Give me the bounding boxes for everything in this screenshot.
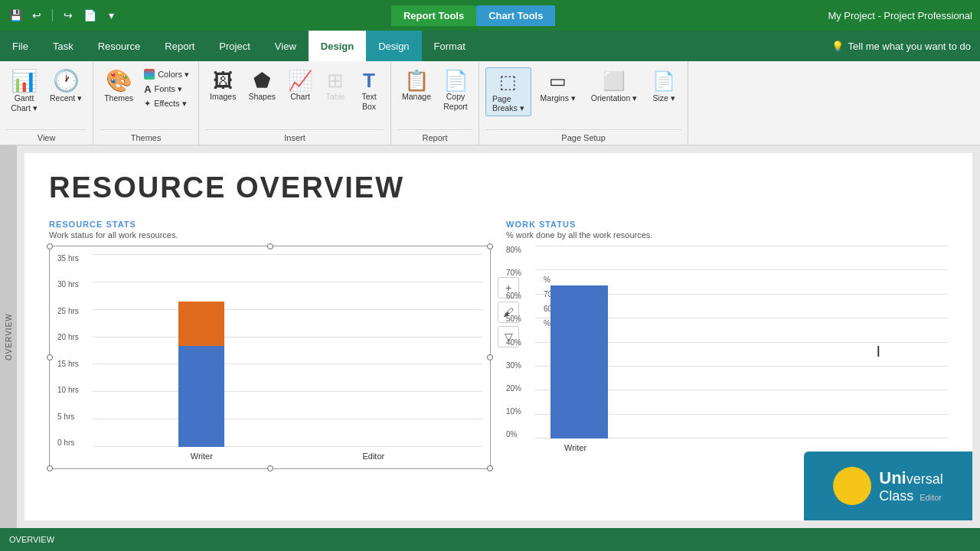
fonts-button[interactable]: A Fonts ▾	[141, 82, 192, 96]
ws-y-50: 50%	[506, 315, 532, 323]
menu-design-sub[interactable]: Design	[366, 31, 421, 61]
menu-format[interactable]: Format	[422, 31, 478, 61]
ribbon-group-pagesetup: ⬚ PageBreaks ▾ ▭ Margins ▾ ⬜ Orientation…	[479, 61, 688, 145]
ribbon-group-themes: 🎨 Themes Colors ▾ A Fonts ▾ ✦ Effects ▾ …	[93, 61, 199, 145]
watermark: Uni versal Class Editor	[804, 452, 972, 520]
handle-tr[interactable]	[487, 243, 493, 249]
recent-button[interactable]: 🕐 Recent ▾	[45, 67, 87, 106]
themes-group-label: Themes	[100, 129, 192, 145]
qat-separator	[52, 9, 53, 21]
chart-icon: 📈	[288, 70, 312, 90]
effects-button[interactable]: ✦ Effects ▾	[141, 97, 192, 110]
menu-bar: File Task Resource Report Project View D…	[0, 31, 980, 61]
y-label-10: 10 hrs	[57, 386, 90, 394]
resource-stats-subtitle: Work status for all work resources.	[49, 230, 491, 240]
copy-report-label: CopyReport	[443, 92, 468, 111]
orientation-icon: ⬜	[603, 70, 626, 92]
handle-br[interactable]	[487, 465, 493, 471]
handle-tm[interactable]	[267, 243, 273, 249]
orientation-button[interactable]: ⬜ Orientation ▾	[585, 67, 643, 106]
page-breaks-button[interactable]: ⬚ PageBreaks ▾	[485, 67, 531, 116]
gantt-label: GanttChart ▾	[11, 93, 38, 112]
textbox-button[interactable]: T TextBox	[354, 67, 384, 114]
more-icon[interactable]: ▾	[103, 8, 119, 23]
tell-me-search[interactable]: 💡 Tell me what you want to do	[822, 31, 980, 61]
copy-report-button[interactable]: 📄 CopyReport	[439, 67, 472, 114]
margins-label: Margins ▾	[541, 93, 576, 103]
report-page[interactable]: I RESOURCE OVERVIEW RESOURCE STATS Work …	[24, 153, 972, 520]
menu-file[interactable]: File	[0, 31, 41, 61]
ws-y-20: 20%	[506, 384, 532, 393]
fonts-icon: A	[144, 83, 151, 95]
watermark-class: Class	[879, 488, 913, 504]
resource-stats-chart-container[interactable]: 0 hrs 5 hrs 10 hrs 15 hrs 20 hrs 25 hrs …	[49, 246, 491, 469]
watermark-class-line: Class Editor	[879, 488, 942, 504]
svg-line-8	[843, 492, 846, 495]
y-label-0: 0 hrs	[57, 439, 90, 447]
insert-buttons: 🖼 Images ⬟ Shapes 📈 Chart ⊞ Table T Text…	[205, 64, 384, 129]
svg-line-7	[858, 477, 861, 480]
y-axis: 0 hrs 5 hrs 10 hrs 15 hrs 20 hrs 25 hrs …	[57, 254, 93, 461]
undo-icon[interactable]: ↩	[29, 8, 44, 23]
page-breaks-icon: ⬚	[499, 71, 517, 93]
shapes-button[interactable]: ⬟ Shapes	[243, 67, 280, 105]
quick-access-toolbar: 💾 ↩ ↪ 📄 ▾	[8, 8, 119, 23]
menu-task[interactable]: Task	[41, 31, 86, 61]
left-sidebar: OVERVIEW	[0, 145, 17, 528]
manage-button[interactable]: 📋 Manage	[397, 67, 436, 105]
themes-button[interactable]: 🎨 Themes	[100, 67, 138, 106]
watermark-versal: versal	[906, 471, 943, 487]
ws-y-0: 0%	[506, 430, 532, 439]
watermark-editor: Editor	[920, 493, 942, 502]
menu-design[interactable]: Design	[309, 31, 366, 61]
table-label: Table	[325, 92, 345, 102]
writer-bar-work	[178, 346, 224, 447]
chart-tools-tab[interactable]: Chart Tools	[476, 5, 555, 26]
tell-me-label: Tell me what you want to do	[848, 41, 971, 52]
y-label-15: 15 hrs	[57, 360, 90, 368]
gantt-icon: 📊	[11, 70, 38, 92]
resource-stats-panel: RESOURCE STATS Work status for all work …	[49, 220, 491, 469]
report-tools-tab[interactable]: Report Tools	[391, 5, 476, 26]
view-buttons: 📊 GanttChart ▾ 🕐 Recent ▾	[6, 64, 87, 129]
save-icon[interactable]: 💾	[8, 8, 23, 23]
handle-mr[interactable]	[487, 354, 493, 360]
effects-icon: ✦	[144, 99, 151, 109]
menu-project[interactable]: Project	[207, 31, 262, 61]
title-bar: 💾 ↩ ↪ 📄 ▾ Report Tools Chart Tools My Pr…	[0, 0, 980, 31]
menu-report[interactable]: Report	[152, 31, 207, 61]
ws-y-10: 10%	[506, 407, 532, 416]
effects-label: Effects ▾	[154, 99, 186, 109]
y-label-25: 25 hrs	[57, 307, 90, 315]
handle-tl[interactable]	[47, 243, 53, 249]
textbox-label: TextBox	[361, 92, 376, 111]
handle-bl[interactable]	[47, 465, 53, 471]
new-doc-icon[interactable]: 📄	[82, 8, 97, 23]
redo-icon[interactable]: ↪	[60, 8, 76, 23]
colors-swatch	[144, 69, 155, 80]
x-label-editor: Editor	[362, 452, 384, 461]
size-button[interactable]: 📄 Size ▾	[646, 67, 681, 106]
handle-bm[interactable]	[267, 465, 273, 471]
ws-bars-container	[535, 246, 948, 439]
colors-button[interactable]: Colors ▾	[141, 67, 192, 81]
y-label-5: 5 hrs	[57, 412, 90, 421]
handle-ml[interactable]	[47, 354, 53, 360]
menu-view[interactable]: View	[263, 31, 309, 61]
themes-icon: 🎨	[106, 70, 132, 92]
margins-button[interactable]: ▭ Margins ▾	[534, 67, 582, 106]
chart-button[interactable]: 📈 Chart	[283, 67, 317, 105]
table-icon: ⊞	[327, 70, 344, 90]
report-buttons: 📋 Manage 📄 CopyReport	[397, 64, 472, 129]
menu-resource[interactable]: Resource	[86, 31, 153, 61]
themes-label: Themes	[104, 93, 133, 103]
ribbon-group-insert: 🖼 Images ⬟ Shapes 📈 Chart ⊞ Table T Text…	[199, 61, 391, 145]
recent-icon: 🕐	[53, 70, 80, 92]
images-button[interactable]: 🖼 Images	[205, 67, 240, 105]
ws-writer-bar	[550, 285, 608, 439]
gantt-chart-button[interactable]: 📊 GanttChart ▾	[6, 67, 42, 116]
table-button[interactable]: ⊞ Table	[320, 67, 351, 105]
work-status-subtitle: % work done by all the work resources.	[506, 230, 948, 240]
sun-logo-icon	[833, 467, 871, 505]
recent-label: Recent ▾	[50, 93, 82, 103]
